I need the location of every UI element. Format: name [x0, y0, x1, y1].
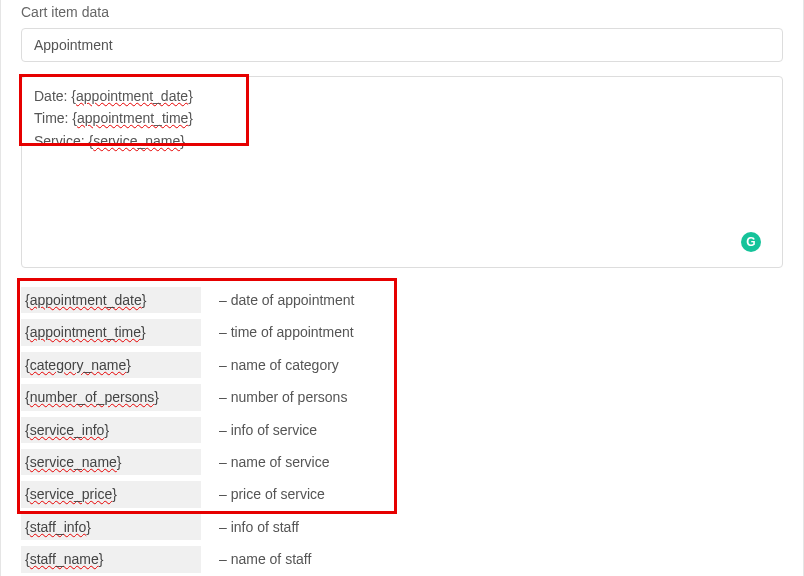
- placeholder-desc: – name of category: [201, 354, 339, 376]
- textarea-wrapper: Date: {appointment_date} Time: {appointm…: [21, 76, 783, 268]
- cart-item-body-textarea[interactable]: Date: {appointment_date} Time: {appointm…: [21, 76, 783, 268]
- placeholder-key[interactable]: {service_info}: [21, 417, 201, 443]
- placeholder-row: {staff_info}– info of staff: [21, 511, 783, 543]
- placeholder-key[interactable]: {category_name}: [21, 352, 201, 378]
- placeholder-row: {service_price}– price of service: [21, 478, 783, 510]
- cart-item-title-input[interactable]: [21, 28, 783, 62]
- placeholder-row: {appointment_time}– time of appointment: [21, 316, 783, 348]
- placeholder-key[interactable]: {appointment_time}: [21, 319, 201, 345]
- grammarly-icon[interactable]: [741, 232, 761, 252]
- placeholder-key[interactable]: {staff_name}: [21, 546, 201, 572]
- placeholder-key[interactable]: {appointment_date}: [21, 287, 201, 313]
- placeholder-row: {appointment_date}– date of appointment: [21, 284, 783, 316]
- placeholders-list: {appointment_date}– date of appointment{…: [21, 284, 783, 576]
- placeholder-desc: – info of staff: [201, 516, 299, 538]
- textarea-line: Date: {appointment_date}: [34, 85, 770, 107]
- placeholder-row: {service_name}– name of service: [21, 446, 783, 478]
- placeholder-row: {number_of_persons}– number of persons: [21, 381, 783, 413]
- placeholder-key[interactable]: {service_price}: [21, 481, 201, 507]
- settings-panel: Cart item data Date: {appointment_date} …: [0, 0, 804, 576]
- placeholder-key[interactable]: {service_name}: [21, 449, 201, 475]
- section-title: Cart item data: [21, 4, 783, 20]
- placeholder-row: {staff_name}– name of staff: [21, 543, 783, 575]
- placeholder-key[interactable]: {staff_info}: [21, 514, 201, 540]
- placeholder-desc: – name of service: [201, 451, 330, 473]
- placeholder-desc: – name of staff: [201, 548, 311, 570]
- placeholder-desc: – time of appointment: [201, 321, 354, 343]
- textarea-line: Time: {appointment_time}: [34, 107, 770, 129]
- placeholder-desc: – price of service: [201, 483, 325, 505]
- textarea-line: Service: {service_name}: [34, 130, 770, 152]
- placeholder-row: {category_name}– name of category: [21, 349, 783, 381]
- placeholder-key[interactable]: {number_of_persons}: [21, 384, 201, 410]
- placeholder-row: {service_info}– info of service: [21, 414, 783, 446]
- placeholder-desc: – number of persons: [201, 386, 347, 408]
- placeholder-desc: – info of service: [201, 419, 317, 441]
- placeholder-desc: – date of appointment: [201, 289, 354, 311]
